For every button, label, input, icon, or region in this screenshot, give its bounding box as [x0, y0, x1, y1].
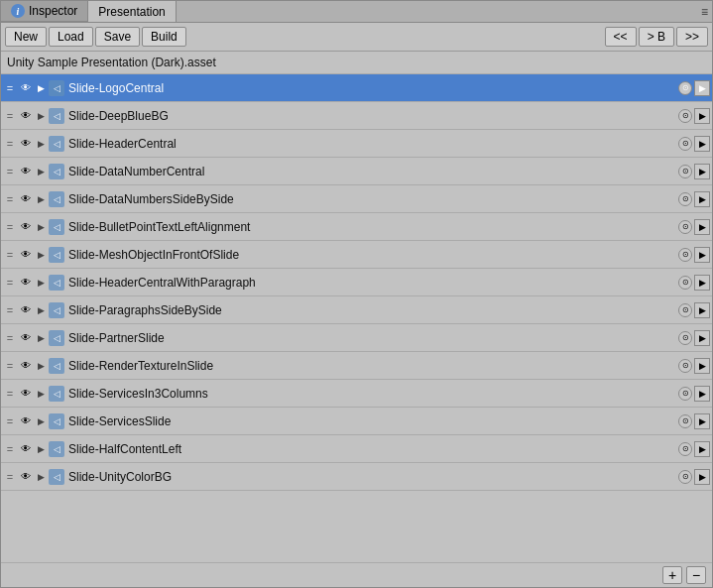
slide-play-button[interactable]: ▶	[694, 191, 710, 207]
slide-play-button[interactable]: ▶	[694, 386, 710, 402]
slide-settings-button[interactable]: ⊙	[678, 331, 692, 345]
slide-play-button[interactable]: ▶	[694, 469, 710, 485]
slide-settings-button[interactable]: ⊙	[678, 387, 692, 401]
slide-row[interactable]: = 👁 ▶ Slide-BulletPointTextLeftAlignment…	[1, 213, 712, 241]
slide-name-label: Slide-UnityColorBG	[68, 470, 676, 484]
slide-row[interactable]: = 👁 ▶ Slide-RenderTextureInSlide ⊙ ▶	[1, 352, 712, 380]
tab-presentation-label: Presentation	[98, 5, 165, 19]
slide-asset-icon	[49, 469, 64, 485]
slide-row[interactable]: = 👁 ▶ Slide-MeshObjectInFrontOfSlide ⊙ ▶	[1, 241, 712, 269]
slide-settings-button[interactable]: ⊙	[678, 81, 692, 95]
row-right-controls: ⊙ ▶	[678, 302, 710, 318]
slide-row[interactable]: = 👁 ▶ Slide-HalfContentLeft ⊙ ▶	[1, 435, 712, 463]
inspector-icon: i	[11, 4, 25, 18]
row-icons: = 👁 ▶	[3, 138, 47, 150]
slide-settings-button[interactable]: ⊙	[678, 414, 692, 428]
slide-asset-icon	[49, 386, 64, 402]
eye-icon: 👁	[19, 250, 33, 260]
slide-settings-button[interactable]: ⊙	[678, 359, 692, 373]
slide-row[interactable]: = 👁 ▶ Slide-ServicesSlide ⊙ ▶	[1, 408, 712, 435]
nav-next-button[interactable]: >>	[676, 27, 708, 47]
equals-icon: =	[3, 82, 17, 94]
row-right-controls: ⊙ ▶	[678, 108, 710, 124]
save-button[interactable]: Save	[95, 27, 140, 47]
slide-settings-button[interactable]: ⊙	[678, 470, 692, 484]
slide-play-button[interactable]: ▶	[694, 413, 710, 429]
slide-row[interactable]: = 👁 ▶ Slide-HeaderCentral ⊙ ▶	[1, 130, 712, 158]
row-right-controls: ⊙ ▶	[678, 164, 710, 179]
slide-play-button[interactable]: ▶	[694, 358, 710, 374]
row-icons: = 👁 ▶	[3, 166, 47, 177]
slide-play-button[interactable]: ▶	[694, 275, 710, 291]
eye-icon: 👁	[19, 333, 33, 343]
slide-asset-icon	[49, 191, 64, 207]
eye-icon: 👁	[19, 83, 33, 93]
window-menu-icon[interactable]: ≡	[701, 5, 708, 19]
slide-settings-button[interactable]: ⊙	[678, 276, 692, 290]
slide-settings-button[interactable]: ⊙	[678, 137, 692, 151]
slide-play-button[interactable]: ▶	[694, 80, 710, 96]
slide-name-label: Slide-DataNumberCentral	[68, 165, 676, 178]
slide-settings-button[interactable]: ⊙	[678, 192, 692, 206]
add-slide-button[interactable]: +	[662, 566, 682, 584]
tab-inspector[interactable]: i Inspector	[1, 1, 88, 22]
nav-buttons: << > B >>	[605, 27, 708, 47]
file-label: Unity Sample Presentation (Dark).asset	[1, 52, 712, 74]
slide-row[interactable]: = 👁 ▶ Slide-DataNumbersSideBySide ⊙ ▶	[1, 185, 712, 213]
load-button[interactable]: Load	[49, 27, 93, 47]
row-icons: = 👁 ▶	[3, 332, 47, 344]
eye-icon: 👁	[19, 416, 33, 426]
slide-settings-button[interactable]: ⊙	[678, 442, 692, 456]
slide-row[interactable]: = 👁 ▶ Slide-HeaderCentralWithParagraph ⊙…	[1, 269, 712, 296]
eye-icon: 👁	[19, 361, 33, 371]
slide-settings-button[interactable]: ⊙	[678, 303, 692, 317]
slide-play-button[interactable]: ▶	[694, 330, 710, 346]
build-button[interactable]: Build	[142, 27, 186, 47]
row-icons: = 👁 ▶	[3, 415, 47, 427]
slide-row[interactable]: = 👁 ▶ Slide-DeepBlueBG ⊙ ▶	[1, 102, 712, 130]
slide-settings-button[interactable]: ⊙	[678, 220, 692, 234]
slide-play-button[interactable]: ▶	[694, 441, 710, 457]
slide-settings-button[interactable]: ⊙	[678, 248, 692, 262]
row-icons: = 👁 ▶	[3, 193, 47, 205]
slide-play-button[interactable]: ▶	[694, 164, 710, 179]
slide-play-button[interactable]: ▶	[694, 136, 710, 152]
slide-asset-icon	[49, 164, 64, 179]
slide-name-label: Slide-HalfContentLeft	[68, 442, 676, 456]
slide-row[interactable]: = 👁 ▶ Slide-UnityColorBG ⊙ ▶	[1, 463, 712, 491]
new-button[interactable]: New	[5, 27, 47, 47]
slide-name-label: Slide-LogoCentral	[68, 81, 676, 95]
slide-play-button[interactable]: ▶	[694, 108, 710, 124]
slide-name-label: Slide-DataNumbersSideBySide	[68, 192, 676, 206]
remove-slide-button[interactable]: −	[686, 566, 706, 584]
equals-icon: =	[3, 138, 17, 150]
play-triangle-icon: ▶	[35, 221, 47, 233]
eye-icon: 👁	[19, 278, 33, 288]
slide-settings-button[interactable]: ⊙	[678, 109, 692, 123]
nav-current-button[interactable]: > B	[639, 27, 674, 47]
row-right-controls: ⊙ ▶	[678, 441, 710, 457]
tab-presentation[interactable]: Presentation	[88, 1, 176, 22]
slide-asset-icon	[49, 413, 64, 429]
row-right-controls: ⊙ ▶	[678, 275, 710, 291]
slide-play-button[interactable]: ▶	[694, 219, 710, 235]
row-right-controls: ⊙ ▶	[678, 386, 710, 402]
slide-row[interactable]: = 👁 ▶ Slide-PartnerSlide ⊙ ▶	[1, 324, 712, 352]
slide-row[interactable]: = 👁 ▶ Slide-DataNumberCentral ⊙ ▶	[1, 158, 712, 185]
equals-icon: =	[3, 304, 17, 316]
slide-play-button[interactable]: ▶	[694, 302, 710, 318]
slide-name-label: Slide-RenderTextureInSlide	[68, 359, 676, 373]
bottom-bar: + −	[1, 562, 712, 587]
row-right-controls: ⊙ ▶	[678, 330, 710, 346]
slide-row[interactable]: = 👁 ▶ Slide-ServicesIn3Columns ⊙ ▶	[1, 380, 712, 408]
slide-settings-button[interactable]: ⊙	[678, 165, 692, 178]
slide-play-button[interactable]: ▶	[694, 247, 710, 263]
eye-icon: 👁	[19, 389, 33, 399]
slide-name-label: Slide-ServicesSlide	[68, 414, 676, 428]
nav-prev-button[interactable]: <<	[605, 27, 637, 47]
slide-row[interactable]: = 👁 ▶ Slide-LogoCentral ⊙ ▶	[1, 74, 712, 102]
slide-name-label: Slide-ParagraphsSideBySide	[68, 303, 676, 317]
play-triangle-icon: ▶	[35, 304, 47, 316]
slide-row[interactable]: = 👁 ▶ Slide-ParagraphsSideBySide ⊙ ▶	[1, 296, 712, 324]
play-triangle-icon: ▶	[35, 82, 47, 94]
